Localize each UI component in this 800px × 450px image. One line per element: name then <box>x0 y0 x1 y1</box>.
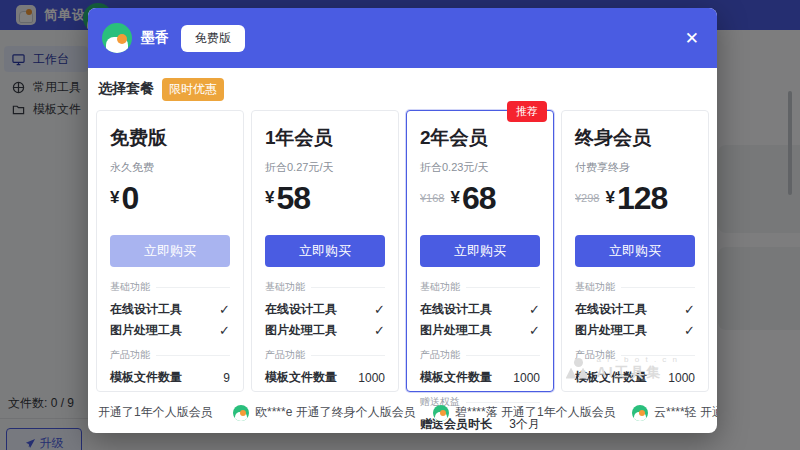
plan-name: 1年会员 <box>265 125 385 151</box>
plan-subtitle: 折合0.27元/天 <box>265 160 385 175</box>
feature-row: 在线设计工具 ✓ <box>420 299 540 320</box>
feature-value: ✓ <box>219 323 230 338</box>
feature-row: 模板文件数量 9 <box>110 367 230 388</box>
user-avatar <box>102 23 132 53</box>
feature-section-title: 基础功能 <box>420 280 540 294</box>
plan-tab-row: 选择套餐 限时优惠 <box>88 68 717 110</box>
feature-row: 在线设计工具 ✓ <box>110 299 230 320</box>
plan-price-row: ¥168 ¥ 68 <box>420 177 540 219</box>
feature-value: ✓ <box>374 323 385 338</box>
buy-button[interactable]: 立即购买 <box>110 235 230 267</box>
plan-features: 基础功能 在线设计工具 ✓ 图片处理工具 ✓ 产品功能 模板文件数量 9 <box>110 280 230 388</box>
plan-card[interactable]: 免费版 永久免费 ¥ 0 立即购买 基础功能 在线设计工具 ✓ 图片处理工具 ✓… <box>96 110 244 392</box>
ticker-item: 欧****e 开通了终身个人版会员 <box>233 404 416 421</box>
pricing-modal: 墨香 免费版 ✕ 选择套餐 限时优惠 免费版 永久免费 ¥ 0 立即购买 基础功… <box>88 8 717 433</box>
feature-section-title: 基础功能 <box>110 280 230 294</box>
ticker-text: 开通了1年个人版会员 <box>98 404 213 421</box>
feature-row: 图片处理工具 ✓ <box>110 320 230 341</box>
screen: 简单设计 工作台 常用工具 模板文件 文件数: 0 / 9 升级 <box>0 0 800 450</box>
feature-section-title: 产品功能 <box>575 348 695 362</box>
feature-value: 1000 <box>668 371 695 385</box>
tab-choose-plan[interactable]: 选择套餐 <box>98 80 154 98</box>
plan-name: 终身会员 <box>575 125 695 151</box>
buy-button[interactable]: 立即购买 <box>575 235 695 267</box>
plan-price-row: ¥ 0 <box>110 177 230 219</box>
ticker-item: 开通了1年个人版会员 <box>98 404 213 421</box>
feature-label: 在线设计工具 <box>575 301 647 318</box>
plan-currency: ¥ <box>450 188 459 208</box>
feature-label: 模板文件数量 <box>265 369 337 386</box>
plan-card[interactable]: 终身会员 付费享终身 ¥298 ¥ 128 立即购买 基础功能 在线设计工具 ✓… <box>561 110 709 392</box>
user-avatar <box>632 405 648 421</box>
plan-subtitle: 永久免费 <box>110 160 230 175</box>
feature-label: 模板文件数量 <box>420 369 492 386</box>
user-avatar <box>433 405 449 421</box>
feature-row: 图片处理工具 ✓ <box>575 320 695 341</box>
modal-header: 墨香 免费版 ✕ <box>88 8 717 68</box>
plan-price: 58 <box>276 180 310 217</box>
user-name: 墨香 <box>141 29 169 47</box>
ticker-text: 欧****e 开通了终身个人版会员 <box>255 404 416 421</box>
feature-section-title: 基础功能 <box>265 280 385 294</box>
plan-original-price: ¥168 <box>420 192 444 204</box>
plan-price: 128 <box>617 180 667 217</box>
feature-value: 9 <box>223 371 230 385</box>
ticker-item: 云****轻 开通 <box>632 404 717 421</box>
feature-row: 模板文件数量 1000 <box>420 367 540 388</box>
feature-row: 在线设计工具 ✓ <box>265 299 385 320</box>
ticker-text: 碧****落 开通了1年个人版会员 <box>455 404 616 421</box>
buy-button[interactable]: 立即购买 <box>420 235 540 267</box>
feature-value: 1000 <box>513 371 540 385</box>
feature-label: 在线设计工具 <box>265 301 337 318</box>
current-plan-badge[interactable]: 免费版 <box>181 25 245 52</box>
feature-value: 1000 <box>358 371 385 385</box>
feature-row: 模板文件数量 1000 <box>265 367 385 388</box>
plan-card[interactable]: 1年会员 折合0.27元/天 ¥ 58 立即购买 基础功能 在线设计工具 ✓ 图… <box>251 110 399 392</box>
limited-offer-badge: 限时优惠 <box>162 78 224 101</box>
plan-name: 免费版 <box>110 125 230 151</box>
feature-value: ✓ <box>374 302 385 317</box>
feature-label: 模板文件数量 <box>110 369 182 386</box>
feature-value: ✓ <box>684 302 695 317</box>
feature-section-title: 产品功能 <box>265 348 385 362</box>
purchase-ticker: 开通了1年个人版会员 欧****e 开通了终身个人版会员 碧****落 开通了1… <box>88 392 717 433</box>
plan-currency: ¥ <box>265 188 274 208</box>
feature-value: ✓ <box>529 323 540 338</box>
feature-label: 在线设计工具 <box>110 301 182 318</box>
feature-label: 模板文件数量 <box>575 369 647 386</box>
feature-label: 图片处理工具 <box>265 322 337 339</box>
plan-subtitle: 折合0.23元/天 <box>420 160 540 175</box>
feature-row: 图片处理工具 ✓ <box>420 320 540 341</box>
plan-features: 基础功能 在线设计工具 ✓ 图片处理工具 ✓ 产品功能 模板文件数量 1000 <box>265 280 385 388</box>
plan-price: 0 <box>121 180 138 217</box>
feature-value: ✓ <box>529 302 540 317</box>
plan-features: 基础功能 在线设计工具 ✓ 图片处理工具 ✓ 产品功能 模板文件数量 1000 <box>575 280 695 388</box>
feature-label: 图片处理工具 <box>420 322 492 339</box>
ticker-text: 云****轻 开通 <box>654 404 717 421</box>
plan-price-row: ¥298 ¥ 128 <box>575 177 695 219</box>
plan-card[interactable]: 推荐 2年会员 折合0.23元/天 ¥168 ¥ 68 立即购买 基础功能 在线… <box>406 110 554 392</box>
ticker-item: 碧****落 开通了1年个人版会员 <box>433 404 616 421</box>
feature-section-title: 产品功能 <box>420 348 540 362</box>
feature-label: 在线设计工具 <box>420 301 492 318</box>
feature-row: 图片处理工具 ✓ <box>265 320 385 341</box>
buy-button[interactable]: 立即购买 <box>265 235 385 267</box>
feature-row: 模板文件数量 1000 <box>575 367 695 388</box>
feature-value: ✓ <box>684 323 695 338</box>
plan-name: 2年会员 <box>420 125 540 151</box>
user-avatar <box>233 405 249 421</box>
feature-label: 图片处理工具 <box>575 322 647 339</box>
plan-original-price: ¥298 <box>575 192 599 204</box>
plan-price-row: ¥ 58 <box>265 177 385 219</box>
recommended-badge: 推荐 <box>507 101 547 122</box>
feature-section-title: 产品功能 <box>110 348 230 362</box>
feature-label: 图片处理工具 <box>110 322 182 339</box>
feature-value: ✓ <box>219 302 230 317</box>
plan-currency: ¥ <box>110 188 119 208</box>
plan-subtitle: 付费享终身 <box>575 160 695 175</box>
plans-row: 免费版 永久免费 ¥ 0 立即购买 基础功能 在线设计工具 ✓ 图片处理工具 ✓… <box>88 110 717 392</box>
feature-section-title: 基础功能 <box>575 280 695 294</box>
close-icon[interactable]: ✕ <box>681 26 703 51</box>
plan-price: 68 <box>462 180 496 217</box>
plan-currency: ¥ <box>605 188 614 208</box>
